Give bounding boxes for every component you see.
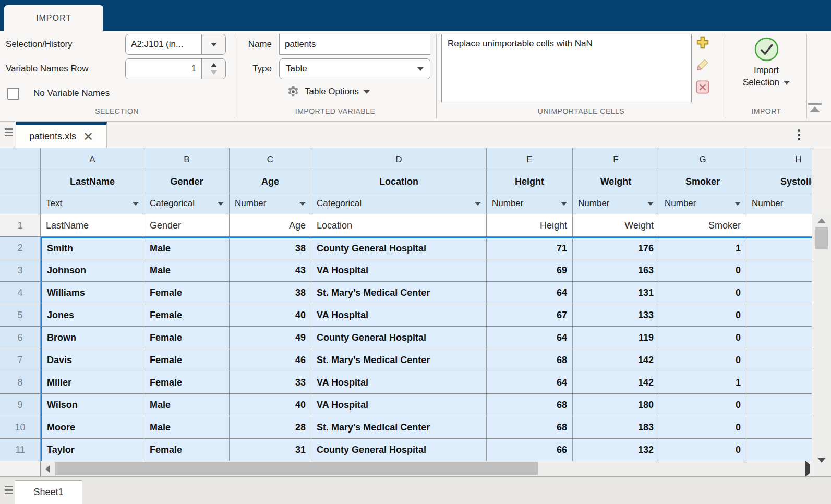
grid-cell-H6[interactable]: [746, 327, 812, 349]
sheet-list-menu-icon[interactable]: [5, 486, 13, 495]
grid-cell-B2[interactable]: Male: [144, 237, 230, 259]
grid-cell-G9[interactable]: 0: [659, 394, 746, 416]
grid-cell-C10[interactable]: 28: [230, 416, 311, 439]
grid-cell-F3[interactable]: 163: [573, 259, 659, 282]
row-header-3[interactable]: 3: [0, 259, 41, 282]
column-type-dropdown-F[interactable]: Number: [573, 193, 659, 214]
grid-cell-D10[interactable]: St. Mary's Medical Center: [311, 416, 487, 439]
grid-cell-A10[interactable]: Moore: [41, 416, 144, 439]
grid-cell-H7[interactable]: [746, 349, 812, 371]
grid-cell-D5[interactable]: VA Hospital: [311, 304, 487, 327]
table-options-button[interactable]: Table Options: [286, 83, 370, 101]
variable-name-Height[interactable]: Height: [487, 171, 573, 193]
selection-history-dropdown[interactable]: A2:J101 (in...: [125, 34, 226, 55]
grid-cell-B4[interactable]: Female: [144, 282, 230, 304]
grid-cell-D11[interactable]: County General Hospital: [311, 439, 487, 461]
grid-cell-A9[interactable]: Wilson: [41, 394, 144, 416]
grid-cell-C9[interactable]: 40: [230, 394, 311, 416]
vertical-scrollbar[interactable]: [812, 148, 831, 476]
tab-import[interactable]: IMPORT: [4, 5, 103, 31]
variable-name-input[interactable]: [279, 34, 430, 55]
column-type-dropdown-G[interactable]: Number: [659, 193, 746, 214]
grid-cell-F2[interactable]: 176: [573, 237, 659, 259]
grid-cell-C1[interactable]: Age: [230, 214, 311, 237]
grid-cell-G1[interactable]: Smoker: [659, 214, 746, 237]
grid-cell-C5[interactable]: 40: [230, 304, 311, 327]
spinner-down-icon[interactable]: [211, 70, 217, 75]
grid-cell-B7[interactable]: Female: [144, 349, 230, 371]
row-header-2[interactable]: 2: [0, 237, 41, 259]
column-type-dropdown-E[interactable]: Number: [487, 193, 573, 214]
column-header-A[interactable]: A: [41, 148, 144, 171]
grid-cell-E1[interactable]: Height: [487, 214, 573, 237]
column-header-D[interactable]: D: [311, 148, 487, 171]
row-header-9[interactable]: 9: [0, 394, 41, 416]
grid-cell-C3[interactable]: 43: [230, 259, 311, 282]
grid-cell-C6[interactable]: 49: [230, 327, 311, 349]
variable-name-Location[interactable]: Location: [311, 171, 487, 193]
column-header-E[interactable]: E: [487, 148, 573, 171]
variable-name-Weight[interactable]: Weight: [573, 171, 659, 193]
scroll-down-icon[interactable]: [817, 458, 826, 463]
no-variable-names-checkbox[interactable]: [7, 88, 19, 100]
grid-cell-H1[interactable]: [746, 214, 812, 237]
grid-cell-C11[interactable]: 31: [230, 439, 311, 461]
row-header-8[interactable]: 8: [0, 371, 41, 394]
grid-cell-E6[interactable]: 64: [487, 327, 573, 349]
row-header-10[interactable]: 10: [0, 416, 41, 439]
grid-cell-F8[interactable]: 142: [573, 371, 659, 394]
grid-cell-A2[interactable]: Smith: [41, 237, 144, 259]
overflow-menu-icon[interactable]: [798, 129, 800, 132]
grid-cell-H3[interactable]: [746, 259, 812, 282]
grid-cell-B11[interactable]: Female: [144, 439, 230, 461]
grid-cell-F6[interactable]: 119: [573, 327, 659, 349]
column-header-B[interactable]: B: [144, 148, 230, 171]
column-type-dropdown-B[interactable]: Categorical: [144, 193, 230, 214]
import-selection-button[interactable]: Import Selection: [726, 31, 806, 107]
grid-cell-H5[interactable]: [746, 304, 812, 327]
scroll-right-icon[interactable]: [805, 464, 810, 474]
grid-cell-G8[interactable]: 1: [659, 371, 746, 394]
column-header-C[interactable]: C: [230, 148, 311, 171]
variable-name-LastName[interactable]: LastName: [41, 171, 144, 193]
grid-cell-C4[interactable]: 38: [230, 282, 311, 304]
grid-cell-A3[interactable]: Johnson: [41, 259, 144, 282]
grid-cell-A5[interactable]: Jones: [41, 304, 144, 327]
vertical-scrollbar-track[interactable]: [812, 214, 831, 476]
row-header-5[interactable]: 5: [0, 304, 41, 327]
column-type-dropdown-A[interactable]: Text: [41, 193, 144, 214]
grid-cell-E7[interactable]: 68: [487, 349, 573, 371]
tab-sheet1[interactable]: Sheet1: [15, 480, 82, 504]
grid-cell-B8[interactable]: Female: [144, 371, 230, 394]
grid-cell-C7[interactable]: 46: [230, 349, 311, 371]
grid-cell-E8[interactable]: 64: [487, 371, 573, 394]
variable-name-Age[interactable]: Age: [230, 171, 311, 193]
grid-cell-B1[interactable]: Gender: [144, 214, 230, 237]
grid-cell-B10[interactable]: Male: [144, 416, 230, 439]
variable-name-Smoker[interactable]: Smoker: [659, 171, 746, 193]
rule-item[interactable]: Replace unimportable cells with NaN: [442, 37, 691, 51]
variable-names-row-value[interactable]: 1: [126, 59, 202, 79]
horizontal-scrollbar[interactable]: [0, 461, 812, 476]
pencil-icon[interactable]: [695, 57, 710, 72]
grid-cell-A4[interactable]: Williams: [41, 282, 144, 304]
row-header-1[interactable]: 1: [0, 214, 41, 237]
tab-list-menu-icon[interactable]: [5, 128, 13, 137]
grid-cell-G5[interactable]: 0: [659, 304, 746, 327]
grid-cell-G4[interactable]: 0: [659, 282, 746, 304]
grid-cell-H9[interactable]: [746, 394, 812, 416]
column-type-dropdown-H[interactable]: Number: [746, 193, 812, 214]
grid-cell-A6[interactable]: Brown: [41, 327, 144, 349]
grid-cell-F10[interactable]: 183: [573, 416, 659, 439]
grid-cell-E5[interactable]: 67: [487, 304, 573, 327]
grid-cell-E9[interactable]: 68: [487, 394, 573, 416]
close-icon[interactable]: ✕: [83, 131, 93, 142]
grid-cell-G2[interactable]: 1: [659, 237, 746, 259]
vertical-scrollbar-thumb[interactable]: [815, 227, 828, 249]
grid-cell-D6[interactable]: County General Hospital: [311, 327, 487, 349]
grid-cell-A8[interactable]: Miller: [41, 371, 144, 394]
grid-cell-H2[interactable]: [746, 237, 812, 259]
grid-cell-A7[interactable]: Davis: [41, 349, 144, 371]
grid-cell-E11[interactable]: 66: [487, 439, 573, 461]
grid-cell-F7[interactable]: 142: [573, 349, 659, 371]
